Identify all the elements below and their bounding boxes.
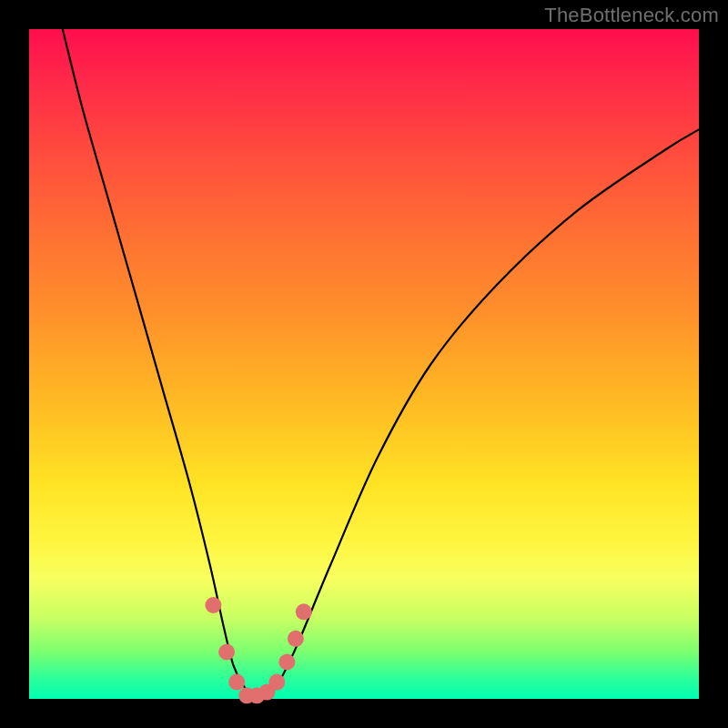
highlight-dot	[268, 674, 285, 691]
highlight-dot	[288, 631, 304, 647]
highlight-dot	[228, 674, 245, 691]
chart-frame: TheBottleneck.com	[0, 0, 728, 728]
highlight-dot	[218, 644, 235, 661]
watermark-text: TheBottleneck.com	[544, 4, 719, 27]
highlight-dot	[278, 654, 295, 671]
highlight-dot	[205, 597, 221, 613]
bottleneck-curve	[49, 0, 699, 701]
highlight-dot	[296, 603, 312, 620]
chart-svg	[29, 29, 699, 699]
